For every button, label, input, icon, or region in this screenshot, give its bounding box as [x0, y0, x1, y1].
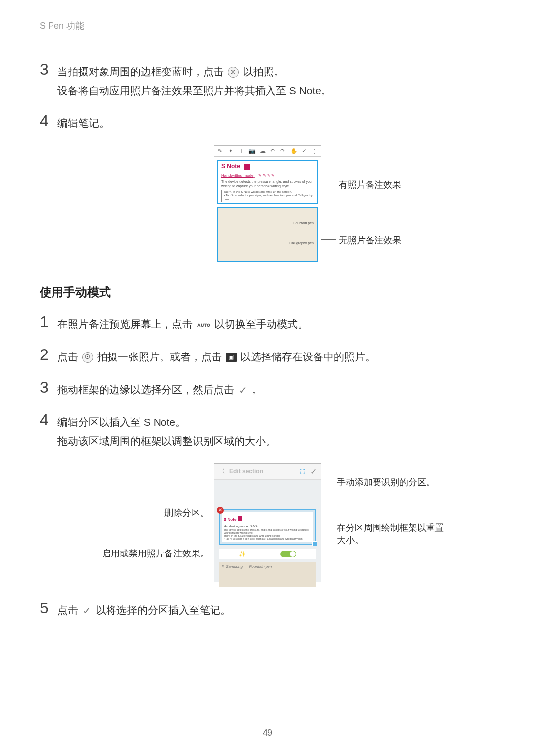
resize-handle-icon: [312, 541, 317, 546]
step-number: 2: [40, 347, 57, 362]
annot-toggle-effect: 启用或禁用照片备注效果。: [102, 548, 209, 559]
more-icon: ⋮: [311, 148, 318, 154]
annot-with-effect: 有照片备注效果: [339, 179, 401, 191]
check-icon: ✓: [301, 148, 308, 154]
fig2-desc1: The device detects the pressure, angle, …: [224, 528, 311, 534]
fig1-sub2: • Tap ✎ to select a pen style, such as F…: [224, 194, 314, 202]
step-number: 3: [40, 379, 57, 395]
hand-icon: ✋: [290, 148, 297, 154]
header-title: S Pen 功能: [40, 20, 495, 32]
annot-resize-frame-l1: 在分区周围绘制框架以重置: [337, 522, 466, 534]
section-title: 使用手动模式: [40, 284, 495, 300]
step-number: 4: [40, 412, 57, 428]
snote-toolbar: ✎ ✦ T 📷 ☁ ↶ ↷ ✋ ✓ ⋮: [214, 146, 321, 157]
annot-add-section: 手动添加要识别的分区。: [337, 476, 435, 488]
fig2-desc3: • Tap ✎ to select a pen style, such as F…: [224, 537, 311, 540]
step-text: 点击: [57, 351, 81, 362]
handwriting-mode-label: Handwriting mode: [224, 525, 248, 528]
pen-style-icons: ✎ ✎ ✎ ✎: [257, 173, 277, 178]
fig1-desc: The device detects the pressure, angle, …: [221, 179, 314, 188]
step-text: 点击: [57, 605, 81, 616]
snote-logo-icon: [238, 516, 242, 521]
step-number: 5: [40, 600, 57, 616]
step-text: 以将选择的分区插入至笔记。: [96, 605, 231, 616]
step-text: 编辑分区以插入至 S Note。: [57, 413, 276, 432]
check-icon: ✓: [239, 381, 247, 399]
step-text: 。: [252, 384, 262, 395]
step-3: 3 当拍摄对象周围的边框变蓝时，点击 ⦿ 以拍照。 设备将自动应用照片备注效果至…: [40, 61, 495, 100]
figure-1: ✎ ✦ T 📷 ☁ ↶ ↷ ✋ ✓ ⋮ S Note: [214, 145, 321, 265]
auto-mode-icon: ᴀᴜᴛᴏ: [197, 320, 210, 330]
snote-label: S Note: [224, 517, 236, 522]
delete-section-icon: ✕: [217, 507, 224, 514]
annot-delete-section: 删除分区。: [164, 507, 209, 519]
step-number: 4: [40, 113, 57, 129]
fountain-pen-label: Fountain pen: [293, 221, 314, 225]
undo-icon: ↶: [269, 148, 276, 154]
step-text: 设备将自动应用照片备注效果至照片并将其插入至 S Note。: [57, 81, 331, 100]
step-text: 以选择储存在设备中的照片。: [240, 351, 375, 362]
effect-toggle-row: ✨: [219, 549, 316, 559]
effect-toggle: [280, 551, 296, 557]
step-c5: 5 点击 ✓ 以将选择的分区插入至笔记。: [40, 600, 495, 620]
handwriting-mode-label: Handwriting mode: [221, 173, 253, 178]
page-number: 49: [0, 728, 535, 738]
calligraphy-pen-label: Calligraphy pen: [289, 241, 314, 245]
back-icon: 〈: [218, 467, 225, 476]
figure-2: 〈 Edit section ⬚ ✓ ✕ S Note Handwriting …: [214, 463, 321, 582]
step-text: 拖动框架的边缘以选择分区，然后点击: [57, 384, 237, 395]
pen-icon: ✎: [217, 148, 224, 154]
step-text: 在照片备注预览屏幕上，点击: [57, 318, 196, 330]
step-b3: 3 拖动框架的边缘以选择分区，然后点击 ✓ 。: [40, 379, 495, 399]
step-number: 3: [40, 61, 57, 77]
effect-icon: ✨: [239, 551, 246, 557]
step-text: 拖动该区域周围的框架以调整识别区域的大小。: [57, 432, 276, 451]
camera-icon: ⦿: [82, 352, 93, 363]
step-b2: 2 点击 ⦿ 拍摄一张照片。或者，点击 ▣ 以选择储存在设备中的照片。: [40, 347, 495, 366]
step-b1: 1 在照片备注预览屏幕上，点击 ᴀᴜᴛᴏ 以切换至手动模式。: [40, 314, 495, 334]
camera-icon: 📷: [248, 148, 255, 154]
step-b4: 4 编辑分区以插入至 S Note。 拖动该区域周围的框架以调整识别区域的大小。: [40, 412, 495, 451]
camera-icon: ⦿: [228, 67, 239, 78]
text-icon: T: [238, 148, 245, 154]
pen-style-icons: ✎✎✎: [249, 524, 259, 528]
step-4: 4 编辑笔记。: [40, 113, 495, 133]
sparkle-icon: ✦: [228, 148, 234, 154]
snote-label: S Note: [221, 163, 240, 170]
fig1-text-card: S Note Handwriting mode ✎ ✎ ✎ ✎ The devi…: [217, 160, 318, 204]
fig2-title: Edit section: [229, 468, 300, 475]
fig1-sub1: Tap ✎ in the S Note widget and write on …: [224, 190, 314, 194]
step-text: 编辑笔记。: [57, 114, 109, 133]
annot-without-effect: 无照片备注效果: [339, 234, 401, 246]
step-number: 1: [40, 314, 57, 330]
step-text: 拍摄一张照片。或者，点击: [97, 351, 225, 362]
fig1-photo-card: Fountain pen Calligraphy pen: [217, 207, 318, 262]
snote-logo-icon: [244, 164, 250, 170]
selection-frame: ✕ S Note Handwriting mode ✎✎✎ The device…: [219, 509, 316, 545]
redo-icon: ↷: [280, 148, 286, 154]
annot-resize-frame-l2: 大小。: [337, 534, 466, 547]
gallery-icon: ▣: [226, 353, 237, 362]
step-text: 以拍照。: [243, 66, 284, 77]
cloud-icon: ☁: [259, 148, 266, 154]
fig2-photo-strip: ✎ Samsung — Fountain pen: [219, 562, 316, 587]
check-icon: ✓: [83, 602, 91, 620]
step-text: 以切换至手动模式。: [214, 318, 308, 330]
step-text: 当拍摄对象周围的边框变蓝时，点击: [57, 66, 227, 77]
